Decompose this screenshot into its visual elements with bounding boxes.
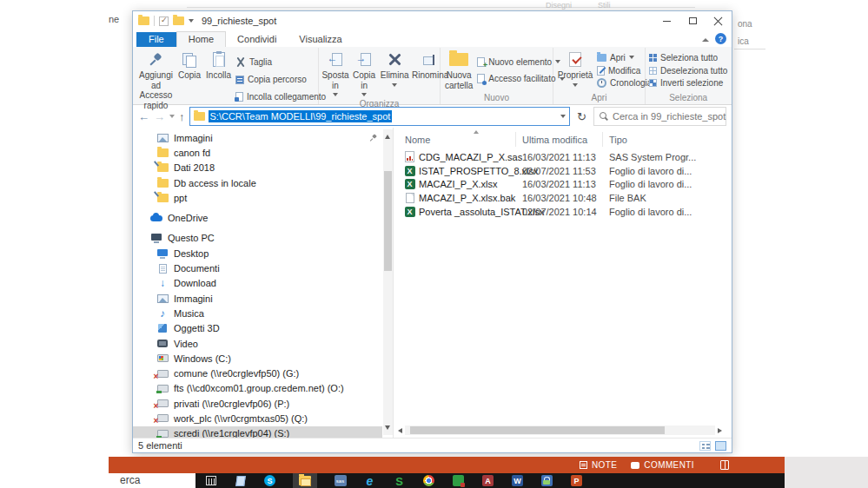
- minimize-button[interactable]: [653, 12, 679, 30]
- file-row[interactable]: MACAZI_P_X.xlsx 16/03/2021 11:13 Foglio …: [394, 177, 732, 191]
- sas-button[interactable]: sas: [334, 475, 347, 487]
- file-explorer-button[interactable]: [293, 473, 317, 488]
- horizontal-scrollbar[interactable]: [395, 425, 725, 436]
- recent-locations-caret-icon[interactable]: [169, 115, 175, 121]
- address-input[interactable]: S:\CCR\Team MODELLI\99_richieste_spot: [189, 107, 571, 126]
- up-button[interactable]: ↑: [179, 111, 185, 122]
- search-input[interactable]: Cerca in 99_richieste_spot: [593, 107, 726, 126]
- file-row[interactable]: Poverta _assoluta_ISTAT.xlsx 02/07/2021 …: [394, 205, 732, 219]
- delete-button[interactable]: Elimina: [378, 48, 411, 99]
- green-app-button[interactable]: [452, 475, 465, 487]
- sidebar-item-documenti[interactable]: Documenti: [133, 260, 393, 275]
- pin-to-quick-access-button[interactable]: Aggiungi ad Accesso rapido: [136, 48, 176, 110]
- file-row[interactable]: CDG_MACAZI_P_X.sas 16/03/2021 11:13 SAS …: [394, 150, 732, 164]
- refresh-button[interactable]: ↻: [574, 110, 589, 123]
- tab-file[interactable]: File: [136, 32, 176, 47]
- select-none-button[interactable]: Deseleziona tutto: [649, 66, 727, 76]
- paste-shortcut-button[interactable]: Incolla collegamento: [235, 92, 326, 102]
- tab-condividi[interactable]: Condividi: [226, 32, 288, 47]
- column-header-nome[interactable]: Nome: [405, 135, 430, 145]
- scrollbar-thumb[interactable]: [410, 426, 665, 434]
- help-icon[interactable]: ?: [715, 33, 726, 44]
- title-bar[interactable]: 99_richieste_spot: [133, 11, 732, 30]
- sidebar-item-comune-g[interactable]: comune (\\re0crglevfp50) (G:): [133, 366, 393, 380]
- new-folder-qat-icon[interactable]: [173, 16, 184, 25]
- sidebar-item-work-plc-q[interactable]: work_plc (\\vr0crgmtxas05) (Q:): [133, 411, 393, 425]
- easy-access-button[interactable]: Accesso facilitato: [477, 74, 564, 83]
- sidebar-item-download[interactable]: Download: [133, 276, 393, 291]
- sidebar-item-questo-pc[interactable]: Questo PC: [133, 231, 393, 246]
- move-to-button[interactable]: Sposta in: [321, 48, 350, 99]
- sidebar-scrollbar[interactable]: [383, 129, 393, 435]
- sidebar-item-video[interactable]: Video: [133, 336, 393, 351]
- properties-qat-icon[interactable]: [159, 16, 169, 26]
- windows-search-box-text[interactable]: erca: [120, 474, 140, 486]
- address-path-selected-text[interactable]: S:\CCR\Team MODELLI\99_richieste_spot: [209, 110, 393, 122]
- history-button[interactable]: Cronologia: [597, 78, 652, 88]
- copy-to-button[interactable]: Copia in: [350, 48, 378, 99]
- skype-for-business-icon: [395, 473, 403, 488]
- view-mode-icon[interactable]: [720, 460, 729, 470]
- column-separator[interactable]: [515, 132, 516, 147]
- sidebar-item-immagini-quick[interactable]: Immagini: [133, 130, 393, 145]
- details-view-icon[interactable]: [699, 441, 711, 451]
- column-header-ultima-modifica[interactable]: Ultima modifica: [522, 135, 587, 145]
- close-button[interactable]: [706, 12, 732, 30]
- customize-qat-caret-icon[interactable]: [189, 19, 194, 25]
- powerpoint-notes-button[interactable]: NOTE: [580, 460, 617, 470]
- sidebar-item-windows-c[interactable]: Windows (C:): [133, 351, 393, 366]
- sidebar-item-onedrive[interactable]: OneDrive: [133, 210, 393, 225]
- task-view-button[interactable]: [204, 475, 217, 487]
- column-separator[interactable]: [602, 132, 603, 147]
- scroll-left-icon[interactable]: [395, 428, 402, 433]
- scroll-down-icon[interactable]: [385, 425, 390, 432]
- invert-selection-button[interactable]: Inverti selezione: [649, 78, 727, 88]
- tab-visualizza[interactable]: Visualizza: [288, 32, 353, 47]
- address-dropdown-caret-icon[interactable]: [560, 115, 566, 121]
- notes-app-button[interactable]: [234, 475, 247, 487]
- forward-button[interactable]: →: [154, 111, 165, 122]
- paste-button[interactable]: Incolla: [203, 48, 234, 110]
- file-row[interactable]: ISTAT_PROSPETTO_8.xlsx 02/07/2021 11:53 …: [394, 164, 732, 178]
- access-button[interactable]: [481, 475, 494, 487]
- sidebar-item-db-access[interactable]: Db access in locale: [133, 175, 393, 190]
- internet-explorer-button[interactable]: [363, 475, 376, 487]
- powerpoint-comments-button[interactable]: COMMENTI: [631, 460, 694, 470]
- sidebar-item-scredi-s[interactable]: scredi (\\re1crglevfp04) (S:): [133, 426, 382, 438]
- sidebar-item-privati-p[interactable]: privati (\\re0crglevfp06) (P:): [133, 396, 393, 411]
- column-header-tipo[interactable]: Tipo: [609, 135, 627, 145]
- chrome-button[interactable]: [422, 475, 435, 487]
- copy-path-button[interactable]: Copia percorso: [235, 75, 326, 84]
- select-all-button[interactable]: Seleziona tutto: [649, 53, 727, 63]
- sidebar-item-canon-fd[interactable]: canon fd: [133, 145, 393, 160]
- file-row[interactable]: MACAZI_P_X.xlsx.bak 16/03/2021 10:48 Fil…: [394, 191, 732, 205]
- cut-button[interactable]: Taglia: [235, 57, 326, 68]
- properties-button[interactable]: Proprietà: [555, 48, 595, 93]
- scroll-up-icon[interactable]: [385, 132, 390, 139]
- tab-home[interactable]: Home: [176, 31, 226, 47]
- sidebar-item-immagini[interactable]: Immagini: [133, 291, 393, 306]
- sidebar-item-oggetti-3d[interactable]: Oggetti 3D: [133, 321, 393, 336]
- sidebar-item-fts-o[interactable]: fts (\\cd0xcom01.group.credem.net) (O:): [133, 381, 393, 396]
- collapse-ribbon-icon[interactable]: [702, 35, 709, 42]
- credential-manager-button[interactable]: [540, 475, 553, 487]
- skype-for-business-button[interactable]: [393, 475, 406, 487]
- new-folder-button[interactable]: Nuova cartella: [442, 48, 475, 93]
- sidebar-item-ppt[interactable]: ppt: [133, 190, 393, 205]
- large-icons-view-icon[interactable]: [715, 441, 726, 451]
- word-button[interactable]: [511, 475, 524, 487]
- sidebar-item-musica[interactable]: Musica: [133, 306, 393, 320]
- sidebar-item-desktop[interactable]: Desktop: [133, 246, 393, 260]
- maximize-button[interactable]: [679, 12, 706, 30]
- sidebar-item-dati-2018[interactable]: Dati 2018: [133, 161, 393, 175]
- powerpoint-button[interactable]: [570, 475, 583, 487]
- skype-button[interactable]: S: [263, 475, 276, 487]
- scrollbar-track[interactable]: [405, 425, 715, 435]
- edit-button[interactable]: Modifica: [597, 66, 652, 76]
- open-button[interactable]: Apri: [597, 53, 652, 63]
- scrollbar-thumb[interactable]: [384, 171, 392, 271]
- scroll-right-icon[interactable]: [718, 428, 725, 433]
- new-item-button[interactable]: Nuovo elemento: [477, 57, 564, 67]
- back-button[interactable]: ←: [138, 111, 149, 122]
- copy-button[interactable]: Copia: [176, 48, 203, 110]
